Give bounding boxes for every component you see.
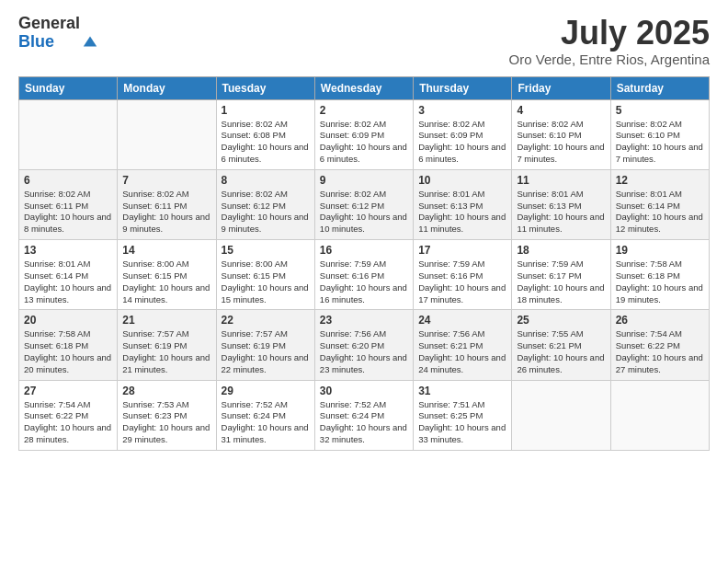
day-number: 28 bbox=[122, 385, 210, 397]
day-info: Sunrise: 7:57 AM Sunset: 6:19 PM Dayligh… bbox=[222, 328, 310, 375]
day-info: Sunrise: 7:58 AM Sunset: 6:18 PM Dayligh… bbox=[24, 328, 112, 375]
day-number: 4 bbox=[517, 104, 605, 117]
calendar-day-cell: 1Sunrise: 8:02 AM Sunset: 6:08 PM Daylig… bbox=[216, 99, 314, 169]
day-number: 14 bbox=[122, 244, 210, 257]
calendar-day-cell: 29Sunrise: 7:52 AM Sunset: 6:24 PM Dayli… bbox=[216, 380, 314, 450]
svg-marker-0 bbox=[84, 36, 97, 46]
day-number: 21 bbox=[122, 314, 210, 327]
calendar-week-row: 13Sunrise: 8:01 AM Sunset: 6:14 PM Dayli… bbox=[19, 240, 710, 310]
day-info: Sunrise: 8:01 AM Sunset: 6:13 PM Dayligh… bbox=[517, 189, 605, 236]
day-info: Sunrise: 8:02 AM Sunset: 6:11 PM Dayligh… bbox=[24, 189, 112, 236]
calendar-header-friday: Friday bbox=[512, 76, 610, 99]
day-info: Sunrise: 7:58 AM Sunset: 6:18 PM Dayligh… bbox=[616, 259, 704, 305]
calendar-day-cell: 14Sunrise: 8:00 AM Sunset: 6:15 PM Dayli… bbox=[118, 240, 216, 310]
day-info: Sunrise: 8:02 AM Sunset: 6:10 PM Dayligh… bbox=[517, 119, 605, 166]
day-info: Sunrise: 7:57 AM Sunset: 6:19 PM Dayligh… bbox=[122, 328, 210, 375]
day-info: Sunrise: 7:52 AM Sunset: 6:24 PM Dayligh… bbox=[320, 399, 408, 446]
calendar-header-monday: Monday bbox=[118, 76, 216, 99]
calendar-day-cell: 28Sunrise: 7:53 AM Sunset: 6:23 PM Dayli… bbox=[118, 380, 216, 450]
day-info: Sunrise: 7:51 AM Sunset: 6:25 PM Dayligh… bbox=[418, 399, 506, 446]
day-info: Sunrise: 7:54 AM Sunset: 6:22 PM Dayligh… bbox=[616, 328, 704, 375]
day-number: 15 bbox=[222, 244, 310, 257]
day-number: 6 bbox=[24, 174, 112, 187]
day-number: 10 bbox=[418, 174, 506, 187]
calendar-day-cell: 19Sunrise: 7:58 AM Sunset: 6:18 PM Dayli… bbox=[610, 240, 709, 310]
day-info: Sunrise: 8:02 AM Sunset: 6:11 PM Dayligh… bbox=[122, 189, 210, 236]
day-info: Sunrise: 8:02 AM Sunset: 6:09 PM Dayligh… bbox=[418, 119, 506, 166]
day-number: 20 bbox=[24, 314, 112, 327]
calendar-day-cell: 7Sunrise: 8:02 AM Sunset: 6:11 PM Daylig… bbox=[118, 169, 216, 239]
day-number: 29 bbox=[222, 385, 310, 397]
logo-icon bbox=[82, 33, 98, 50]
calendar-day-cell: 18Sunrise: 7:59 AM Sunset: 6:17 PM Dayli… bbox=[512, 240, 610, 310]
calendar-header-thursday: Thursday bbox=[414, 76, 512, 99]
day-info: Sunrise: 7:56 AM Sunset: 6:21 PM Dayligh… bbox=[418, 328, 506, 375]
day-number: 26 bbox=[616, 314, 704, 327]
day-info: Sunrise: 7:59 AM Sunset: 6:16 PM Dayligh… bbox=[418, 259, 506, 305]
title-section: July 2025 Oro Verde, Entre Rios, Argenti… bbox=[509, 15, 710, 67]
day-number: 27 bbox=[24, 385, 112, 397]
day-number: 2 bbox=[320, 104, 408, 117]
day-info: Sunrise: 8:02 AM Sunset: 6:12 PM Dayligh… bbox=[222, 189, 310, 236]
calendar-week-row: 1Sunrise: 8:02 AM Sunset: 6:08 PM Daylig… bbox=[19, 99, 710, 169]
calendar-day-cell: 10Sunrise: 8:01 AM Sunset: 6:13 PM Dayli… bbox=[414, 169, 512, 239]
day-info: Sunrise: 7:54 AM Sunset: 6:22 PM Dayligh… bbox=[24, 399, 112, 446]
calendar-day-cell: 15Sunrise: 8:00 AM Sunset: 6:15 PM Dayli… bbox=[216, 240, 314, 310]
day-number: 9 bbox=[320, 174, 408, 187]
logo-text: General Blue bbox=[18, 15, 80, 52]
calendar-day-cell: 26Sunrise: 7:54 AM Sunset: 6:22 PM Dayli… bbox=[610, 310, 709, 380]
header: General Blue July 2025 Oro Verde, Entre … bbox=[18, 15, 710, 67]
calendar-week-row: 6Sunrise: 8:02 AM Sunset: 6:11 PM Daylig… bbox=[19, 169, 710, 239]
day-number: 25 bbox=[517, 314, 605, 327]
day-number: 13 bbox=[24, 244, 112, 257]
calendar-day-cell: 27Sunrise: 7:54 AM Sunset: 6:22 PM Dayli… bbox=[19, 380, 118, 450]
calendar-header-sunday: Sunday bbox=[19, 76, 118, 99]
day-info: Sunrise: 8:01 AM Sunset: 6:14 PM Dayligh… bbox=[616, 189, 704, 236]
calendar-week-row: 27Sunrise: 7:54 AM Sunset: 6:22 PM Dayli… bbox=[19, 380, 710, 450]
day-info: Sunrise: 8:01 AM Sunset: 6:13 PM Dayligh… bbox=[418, 189, 506, 236]
day-info: Sunrise: 8:00 AM Sunset: 6:15 PM Dayligh… bbox=[222, 259, 310, 305]
calendar-day-cell bbox=[610, 380, 709, 450]
calendar-day-cell: 31Sunrise: 7:51 AM Sunset: 6:25 PM Dayli… bbox=[414, 380, 512, 450]
day-info: Sunrise: 8:02 AM Sunset: 6:12 PM Dayligh… bbox=[320, 189, 408, 236]
day-number: 1 bbox=[222, 104, 310, 117]
calendar-week-row: 20Sunrise: 7:58 AM Sunset: 6:18 PM Dayli… bbox=[19, 310, 710, 380]
calendar-day-cell: 6Sunrise: 8:02 AM Sunset: 6:11 PM Daylig… bbox=[19, 169, 118, 239]
calendar-day-cell bbox=[118, 99, 216, 169]
day-info: Sunrise: 8:02 AM Sunset: 6:10 PM Dayligh… bbox=[616, 119, 704, 166]
subtitle: Oro Verde, Entre Rios, Argentina bbox=[509, 52, 710, 67]
day-info: Sunrise: 7:52 AM Sunset: 6:24 PM Dayligh… bbox=[222, 399, 310, 446]
calendar-day-cell bbox=[512, 380, 610, 450]
calendar-day-cell: 21Sunrise: 7:57 AM Sunset: 6:19 PM Dayli… bbox=[118, 310, 216, 380]
calendar-day-cell: 11Sunrise: 8:01 AM Sunset: 6:13 PM Dayli… bbox=[512, 169, 610, 239]
day-number: 5 bbox=[616, 104, 704, 117]
calendar-day-cell: 13Sunrise: 8:01 AM Sunset: 6:14 PM Dayli… bbox=[19, 240, 118, 310]
calendar-day-cell: 24Sunrise: 7:56 AM Sunset: 6:21 PM Dayli… bbox=[414, 310, 512, 380]
calendar-header-wednesday: Wednesday bbox=[314, 76, 413, 99]
calendar-day-cell: 9Sunrise: 8:02 AM Sunset: 6:12 PM Daylig… bbox=[314, 169, 413, 239]
calendar-day-cell: 22Sunrise: 7:57 AM Sunset: 6:19 PM Dayli… bbox=[216, 310, 314, 380]
calendar-day-cell: 3Sunrise: 8:02 AM Sunset: 6:09 PM Daylig… bbox=[414, 99, 512, 169]
calendar-header-saturday: Saturday bbox=[610, 76, 709, 99]
calendar-table: SundayMondayTuesdayWednesdayThursdayFrid… bbox=[18, 76, 710, 451]
day-number: 17 bbox=[418, 244, 506, 257]
day-number: 7 bbox=[122, 174, 210, 187]
day-number: 23 bbox=[320, 314, 408, 327]
day-number: 12 bbox=[616, 174, 704, 187]
calendar-day-cell: 25Sunrise: 7:55 AM Sunset: 6:21 PM Dayli… bbox=[512, 310, 610, 380]
calendar-day-cell: 5Sunrise: 8:02 AM Sunset: 6:10 PM Daylig… bbox=[610, 99, 709, 169]
day-info: Sunrise: 8:02 AM Sunset: 6:09 PM Dayligh… bbox=[320, 119, 408, 166]
day-info: Sunrise: 8:02 AM Sunset: 6:08 PM Dayligh… bbox=[222, 119, 310, 166]
calendar-day-cell: 23Sunrise: 7:56 AM Sunset: 6:20 PM Dayli… bbox=[314, 310, 413, 380]
day-info: Sunrise: 7:53 AM Sunset: 6:23 PM Dayligh… bbox=[122, 399, 210, 446]
logo-general-text: General bbox=[18, 15, 80, 33]
day-info: Sunrise: 7:59 AM Sunset: 6:16 PM Dayligh… bbox=[320, 259, 408, 305]
page: General Blue July 2025 Oro Verde, Entre … bbox=[0, 0, 728, 563]
calendar-day-cell: 17Sunrise: 7:59 AM Sunset: 6:16 PM Dayli… bbox=[414, 240, 512, 310]
day-info: Sunrise: 8:00 AM Sunset: 6:15 PM Dayligh… bbox=[122, 259, 210, 305]
day-number: 18 bbox=[517, 244, 605, 257]
logo: General Blue bbox=[18, 15, 98, 52]
calendar-day-cell: 20Sunrise: 7:58 AM Sunset: 6:18 PM Dayli… bbox=[19, 310, 118, 380]
day-number: 8 bbox=[222, 174, 310, 187]
day-info: Sunrise: 8:01 AM Sunset: 6:14 PM Dayligh… bbox=[24, 259, 112, 305]
